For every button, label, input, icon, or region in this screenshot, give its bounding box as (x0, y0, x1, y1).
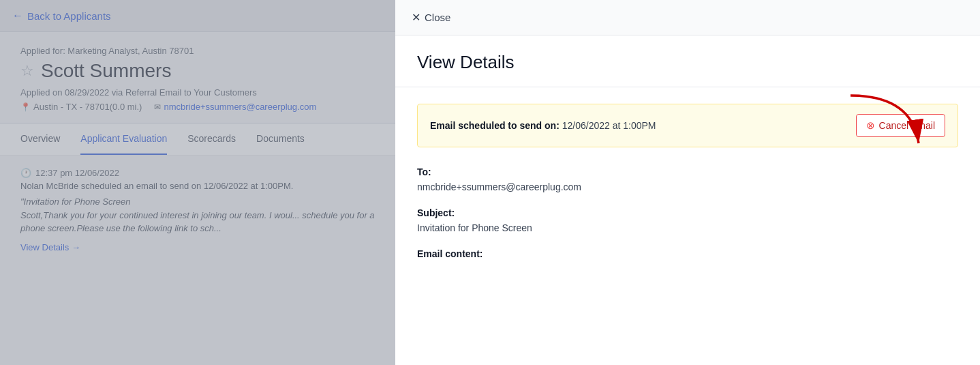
applicant-header: Applied for: Marketing Analyst, Austin 7… (0, 32, 395, 123)
applied-for-text: Applied for: Marketing Analyst, Austin 7… (20, 46, 375, 56)
close-button[interactable]: ✕ Close (412, 11, 450, 24)
cancel-circle-icon: ⊗ (866, 119, 875, 132)
back-to-applicants-link[interactable]: Back to Applicants (27, 10, 111, 22)
close-label: Close (425, 12, 450, 23)
to-value: nmcbride+ssummers@careerplug.com (417, 181, 958, 192)
right-panel: ✕ Close View Details Email scheduled to … (395, 0, 980, 365)
back-navigation: ← Back to Applicants (0, 0, 395, 32)
scheduled-text: Email scheduled to send on: 12/06/2022 a… (430, 120, 656, 131)
cancel-email-button[interactable]: ⊗ Cancel Email (856, 114, 945, 137)
panel-header: ✕ Close (395, 0, 980, 35)
scheduled-label: Email scheduled to send on: (430, 120, 560, 131)
subject-field: Subject: Invitation for Phone Screen (417, 207, 958, 233)
nav-tabs: Overview Applicant Evaluation Scorecards… (0, 123, 395, 156)
applicant-email-link[interactable]: nmcbride+ssummers@careerplug.com (164, 102, 316, 112)
activity-item: 🕐 12:37 pm 12/06/2022 Nolan McBride sche… (20, 168, 375, 253)
to-field: To: nmcbride+ssummers@careerplug.com (417, 166, 958, 192)
tab-scorecards[interactable]: Scorecards (187, 123, 236, 155)
activity-preview: "Invitation for Phone Screen Scott,Thank… (20, 195, 375, 235)
envelope-icon: ✉ (154, 102, 161, 112)
applicant-name: Scott Summers (41, 60, 171, 82)
tab-documents[interactable]: Documents (256, 123, 305, 155)
star-icon[interactable]: ☆ (20, 62, 34, 80)
activity-time: 🕐 12:37 pm 12/06/2022 (20, 168, 375, 178)
scheduled-datetime: 12/06/2022 at 1:00PM (562, 120, 656, 131)
view-details-title: View Details (395, 35, 980, 87)
scheduled-banner: Email scheduled to send on: 12/06/2022 a… (417, 104, 958, 147)
subject-label: Subject: (417, 207, 958, 218)
email-meta: ✉ nmcbride+ssummers@careerplug.com (154, 102, 316, 112)
view-details-link-container: View Details → (20, 241, 375, 253)
location-text: Austin - TX - 78701(0.0 mi.) (33, 102, 142, 112)
email-content-label: Email content: (417, 248, 958, 259)
to-label: To: (417, 166, 958, 177)
panel-body: Email scheduled to send on: 12/06/2022 a… (395, 87, 980, 365)
email-content-field: Email content: (417, 248, 958, 259)
back-arrow-icon: ← (12, 10, 23, 22)
tab-applicant-evaluation[interactable]: Applicant Evaluation (80, 123, 167, 155)
left-panel: ← Back to Applicants Applied for: Market… (0, 0, 395, 365)
activity-section: 🕐 12:37 pm 12/06/2022 Nolan McBride sche… (0, 156, 395, 365)
close-x-icon: ✕ (412, 11, 420, 24)
subject-value: Invitation for Phone Screen (417, 222, 958, 233)
view-details-link[interactable]: View Details → (20, 242, 80, 252)
applicant-name-row: ☆ Scott Summers (20, 60, 375, 82)
location-meta: 📍 Austin - TX - 78701(0.0 mi.) (20, 102, 142, 112)
applicant-meta: 📍 Austin - TX - 78701(0.0 mi.) ✉ nmcbrid… (20, 102, 375, 112)
clock-icon: 🕐 (20, 168, 31, 178)
tab-overview[interactable]: Overview (20, 123, 60, 155)
activity-timestamp: 12:37 pm 12/06/2022 (35, 168, 119, 178)
location-pin-icon: 📍 (20, 102, 31, 112)
activity-description: Nolan McBride scheduled an email to send… (20, 181, 375, 191)
cancel-email-label: Cancel Email (879, 120, 935, 131)
applied-via-text: Applied on 08/29/2022 via Referral Email… (20, 87, 375, 98)
